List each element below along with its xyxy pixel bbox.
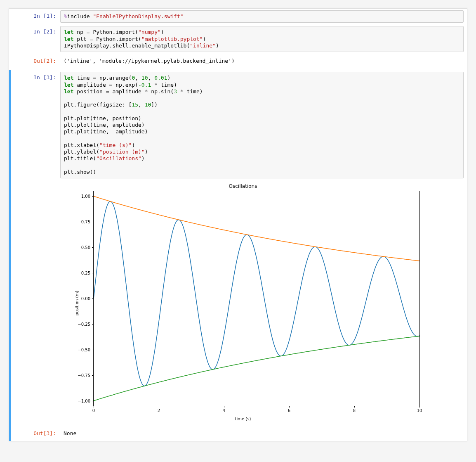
input-prompt: In [3]: [11, 72, 60, 178]
output-prompt: Out[2]: [11, 55, 60, 67]
y-tick-label: 0.25 [81, 271, 90, 275]
x-tick-label: 0 [92, 408, 95, 413]
chart-svg [94, 191, 419, 406]
chart-title: Oscillations [64, 183, 422, 191]
y-tick-label: −0.25 [78, 322, 90, 326]
output-row-3: Out[3]: None [9, 426, 467, 441]
code-input[interactable]: %include "EnableIPythonDisplay.swift" [60, 10, 464, 23]
output-text: None [60, 428, 464, 439]
y-tick-label: −0.50 [78, 347, 90, 352]
x-tick-label: 10 [417, 408, 422, 413]
input-prompt: In [2]: [11, 26, 60, 52]
y-tick-label: −1.00 [78, 398, 90, 403]
empty-prompt [11, 182, 60, 424]
x-tick-label: 4 [223, 408, 225, 413]
output-text: ('inline', 'module://ipykernel.pylab.bac… [60, 55, 464, 67]
y-tick-label: −0.75 [78, 373, 90, 377]
x-tick-label: 6 [288, 408, 290, 413]
plot-output-row: Oscillations position (m) −1.00−0.75−0.5… [9, 180, 467, 426]
y-axis-label: position (m) [75, 291, 79, 315]
x-tick-label: 8 [353, 408, 356, 413]
y-tick-label: 0.50 [81, 245, 90, 250]
code-input[interactable]: let time = np.arange(0, 10, 0.01) let am… [60, 72, 464, 178]
x-axis-label: time (s) [235, 417, 251, 421]
input-prompt: In [1]: [11, 10, 60, 23]
series-amplitude [94, 196, 419, 261]
y-tick-label: 0.75 [81, 220, 90, 224]
chart-axes: −1.00−0.75−0.50−0.250.000.250.500.751.00… [93, 191, 420, 406]
notebook: In [1]: %include "EnableIPythonDisplay.s… [9, 8, 467, 441]
code-input[interactable]: let np = Python.import("numpy") let plt … [60, 26, 464, 52]
plot-container: Oscillations position (m) −1.00−0.75−0.5… [60, 182, 464, 424]
x-tick-label: 2 [158, 408, 160, 413]
output-prompt: Out[3]: [11, 428, 60, 439]
code-cell-2[interactable]: In [2]: let np = Python.import("numpy") … [9, 24, 467, 54]
output-row-2: Out[2]: ('inline', 'module://ipykernel.p… [9, 54, 467, 69]
y-tick-label: 0.00 [81, 296, 90, 301]
series--amplitude [94, 336, 419, 401]
code-cell-3[interactable]: In [3]: let time = np.arange(0, 10, 0.01… [9, 70, 467, 180]
series-position [94, 201, 419, 386]
code-cell-1[interactable]: In [1]: %include "EnableIPythonDisplay.s… [9, 9, 467, 24]
plot-frame: Oscillations position (m) −1.00−0.75−0.5… [64, 183, 422, 423]
y-tick-label: 1.00 [81, 194, 90, 199]
